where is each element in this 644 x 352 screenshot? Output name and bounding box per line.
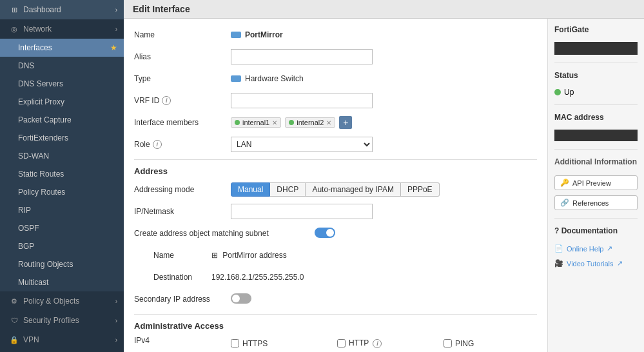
sidebar-item-dns[interactable]: DNS [0,57,124,75]
name-text: PortMirror [245,30,283,39]
policy-chevron: › [115,298,117,305]
checkbox-grid: HTTPS HTTP i PING [231,338,537,352]
secondary-ip-row: Secondary IP address [134,291,537,308]
security-icon: 🛡 [9,315,19,326]
internal1-label: internal1 [242,119,269,126]
alias-input[interactable] [231,49,373,64]
ipv4-row: IPv4 HTTPS HTTP i [134,336,537,352]
main-content: Edit Interface Name PortMirror Alias [124,0,644,352]
internal1-dot [235,120,240,125]
sidebar-item-security-profiles[interactable]: 🛡 Security Profiles › [0,311,124,330]
mode-buttons: Manual DHCP Auto-managed by IPAM PPPoE [231,182,537,197]
sidebar-item-rip[interactable]: RIP [0,201,124,219]
https-checkbox[interactable] [231,339,239,347]
sidebar-label-fortiextenders: FortiExtenders [18,133,68,142]
addressing-mode-row: Addressing mode Manual DHCP Auto-managed… [134,181,537,198]
sidebar-item-user-auth[interactable]: 👤 User & Authentication › [0,349,124,352]
references-button[interactable]: 🔗 References [554,195,638,210]
sidebar-item-dns-servers[interactable]: DNS Servers [0,75,124,93]
sub-dest-label: Destination [147,273,211,282]
add-member-button[interactable]: + [339,116,352,129]
online-help-external-icon: ↗ [607,244,612,253]
sidebar-item-policy-routes[interactable]: Policy Routes [0,183,124,201]
sidebar-label-interfaces: Interfaces [18,43,52,52]
http-checkbox[interactable] [337,339,346,347]
sidebar-item-network[interactable]: ◎ Network › [0,19,124,39]
hw-switch-icon [231,75,241,82]
sidebar-label-dns-servers: DNS Servers [18,79,63,88]
role-info-icon[interactable]: i [153,140,162,149]
admin-access-section-title: Administrative Access [134,321,537,331]
video-tutorials-link[interactable]: 🎥 Video Tutorials ↗ [554,259,638,268]
sidebar-label-ospf: OSPF [18,224,39,233]
secondary-ip-toggle[interactable] [231,293,251,304]
sidebar-label-dns: DNS [18,61,34,70]
sub-form: Name ⊞ PortMirror address Destination 19… [134,247,537,286]
sidebar-item-ospf[interactable]: OSPF [0,219,124,237]
internal2-remove-icon[interactable]: ✕ [326,119,331,126]
type-value: Hardware Switch [231,74,537,83]
ip-netmask-row: IP/Netmask 192.168.2.1/255.255.255.0 [134,203,537,220]
secondary-ip-label: Secondary IP address [134,295,231,304]
mode-btn-pppoe[interactable]: PPPoE [401,182,440,197]
video-icon: 🎥 [554,259,563,268]
section-divider-2 [134,314,537,315]
sidebar-label-policy-objects: Policy & Objects [23,297,79,306]
sidebar-item-static-routes[interactable]: Static Routes [0,165,124,183]
form-panel: Name PortMirror Alias Type Hardware Swit… [124,19,547,352]
sidebar-item-explicit-proxy[interactable]: Explicit Proxy [0,93,124,111]
ip-netmask-label: IP/Netmask [134,207,231,216]
http-info-icon[interactable]: i [373,339,382,348]
role-select[interactable]: LAN WAN DMZ Undefined [231,137,373,152]
mode-btn-manual[interactable]: Manual [231,182,270,197]
right-divider-1 [554,63,638,63]
name-row: Name PortMirror [134,26,537,43]
mode-btn-dhcp[interactable]: DHCP [270,182,306,197]
sub-name-label: Name [147,251,211,260]
sidebar-item-multicast[interactable]: Multicast [0,273,124,291]
role-row: Role i LAN WAN DMZ Undefined [134,136,537,153]
sidebar-item-routing-objects[interactable]: Routing Objects [0,255,124,273]
documentation-title: ? Documentation [554,226,638,235]
network-chevron: › [115,26,117,33]
create-address-row: Create address object matching subnet [134,225,537,242]
video-tutorials-label: Video Tutorials [567,260,614,268]
api-preview-button[interactable]: 🔑 API Preview [554,175,638,190]
section-divider-1 [134,159,537,160]
sidebar-item-packet-capture[interactable]: Packet Capture [0,111,124,129]
vrf-label: VRF ID i [134,96,231,105]
security-chevron: › [115,317,117,324]
sub-name-row: Name ⊞ PortMirror address [147,247,537,264]
sidebar-item-sdwan[interactable]: SD-WAN [0,147,124,165]
content-area: Name PortMirror Alias Type Hardware Swit… [124,19,644,352]
create-address-toggle[interactable] [315,228,335,238]
sidebar-item-dashboard[interactable]: ⊞ Dashboard › [0,0,124,19]
ip-netmask-input[interactable]: 192.168.2.1/255.255.255.0 [231,204,373,219]
member-tag-internal2: internal2 ✕ [285,117,335,128]
ping-checkbox[interactable] [444,339,452,347]
internal1-remove-icon[interactable]: ✕ [272,119,277,126]
vrf-info-icon[interactable]: i [162,96,171,105]
sidebar-label-routing-objects: Routing Objects [18,260,73,269]
vrf-input[interactable]: 0 [231,93,373,108]
sub-name-value: ⊞ PortMirror address [211,251,537,260]
device-label: FortiGate [554,25,638,34]
additional-info-title: Additional Information [554,157,638,166]
doc-question-icon: ? [554,226,559,235]
api-preview-label: API Preview [572,179,611,187]
sidebar-item-interfaces[interactable]: Interfaces ★ [0,39,124,57]
online-help-link[interactable]: 📄 Online Help ↗ [554,244,638,253]
sidebar-item-bgp[interactable]: BGP [0,237,124,255]
sidebar-item-fortiextenders[interactable]: FortiExtenders [0,129,124,147]
ipv4-label: IPv4 [134,336,231,345]
sidebar: ⊞ Dashboard › ◎ Network › Interfaces ★ D… [0,0,124,352]
sidebar-item-policy-objects[interactable]: ⚙ Policy & Objects › [0,291,124,311]
sidebar-item-vpn[interactable]: 🔒 VPN › [0,330,124,349]
portmirror-icon [231,32,241,38]
mode-btn-ipam[interactable]: Auto-managed by IPAM [306,182,401,197]
ref-icon: 🔗 [560,199,569,207]
sub-name-text: PortMirror address [222,251,286,260]
sub-dest-row: Destination 192.168.2.1/255.255.255.0 [147,269,537,286]
ping-label: PING [455,339,474,348]
status-text: Up [564,88,574,97]
